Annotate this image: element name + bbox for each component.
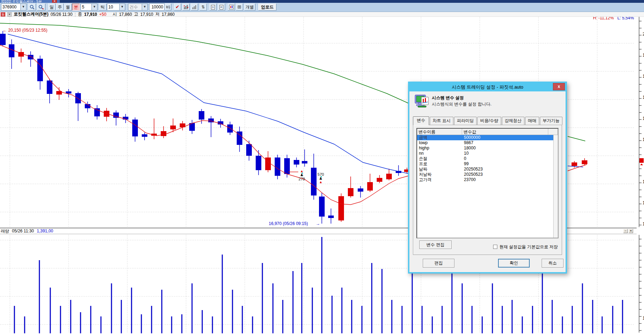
variable-name: 고가격	[417, 177, 462, 182]
tick-button[interactable]: 틱	[99, 4, 107, 11]
table-row[interactable]: 날짜20250523	[417, 167, 558, 172]
dialog-tab-1[interactable]: 차트 표시	[430, 117, 453, 125]
minute-interval-combobox[interactable]: 5 ▼	[81, 4, 97, 11]
table-row[interactable]: 고가격23700	[417, 177, 558, 182]
system-trading-settings-dialog: 시스템 트레이딩 설정 - 파짓석.auto x 시스템 변수 설정 시스템식의…	[408, 82, 567, 274]
symbol-value[interactable]: 376900	[1, 4, 20, 10]
volume-datetime: 05/26 11:30	[12, 228, 34, 234]
tab-close-icon[interactable]: ✕	[52, 0, 57, 3]
table-row[interactable]: 금액5000000	[417, 135, 558, 140]
sync-badge[interactable]: 동	[1, 12, 5, 17]
bar-chart-icon	[192, 5, 197, 9]
table-scrollbar[interactable]	[553, 135, 558, 238]
toolbar-separator	[127, 4, 127, 10]
table-row[interactable]: 손절0	[417, 156, 558, 161]
price-axis-group: 2111111111	[639, 17, 644, 333]
chart-info-bar: 동 ✕ 로킷헬스케어(5분) 05/26 11:30 ¦ 종 17,910 +5…	[0, 12, 644, 17]
table-row[interactable]: nn10	[417, 151, 558, 156]
variable-value: 5000000	[462, 135, 548, 140]
table-row[interactable]: 프로99	[417, 161, 558, 167]
signal-chart-icon	[184, 5, 189, 9]
dialog-tab-4[interactable]: 강제청산	[502, 117, 524, 125]
period-day-button[interactable]: 일	[48, 4, 56, 11]
individual-button[interactable]: 개별	[244, 4, 255, 11]
edit-button[interactable]: 편집	[423, 259, 454, 268]
column-header-spacer	[548, 129, 558, 135]
minute-interval-value[interactable]: 5	[81, 4, 91, 10]
variable-value: 18000	[462, 146, 548, 151]
signal-chart-button[interactable]	[182, 4, 190, 11]
table-row[interactable]: highp18000	[417, 146, 558, 151]
high-price-annotation: ← 20,150 (05/23 12:55)	[3, 28, 47, 33]
count-value: 건수	[128, 4, 142, 10]
dialog-tab-3[interactable]: 비용/수량	[477, 117, 501, 125]
period-month-button[interactable]: 월	[64, 4, 72, 11]
high-field-label: 고	[134, 11, 138, 17]
volume-minimize-button[interactable]: −	[623, 229, 628, 233]
toolbar-separator	[208, 4, 208, 10]
bar-count-input[interactable]: 10000	[149, 4, 165, 11]
adjusted-price-button[interactable]: ✔	[174, 4, 181, 11]
sort-arrows-icon: ⇅	[201, 4, 205, 10]
variable-name: 금액	[417, 135, 462, 140]
dialog-close-button[interactable]: x	[553, 83, 565, 90]
chart-window-tab[interactable]: [0101] 로킷헬스케어 - 5분	[0, 0, 60, 3]
svg-text:1: 1	[643, 74, 644, 79]
table-row[interactable]: lowp9867	[417, 140, 558, 146]
dialog-title[interactable]: 시스템 트레이딩 설정 - 파짓석.auto	[409, 83, 566, 91]
low-annotation-arrow-icon: →	[316, 221, 320, 226]
search-plus-button[interactable]	[37, 4, 45, 11]
tick-interval-value[interactable]: 10	[107, 4, 119, 10]
dialog-tab-5[interactable]: 매매	[525, 117, 539, 125]
variables-table: 변수이름 변수값 금액5000000lowp9867highp18000nn10…	[416, 128, 559, 238]
window-tab-strip: [0101] 로킷헬스케어 - 5분 ✕	[0, 0, 644, 3]
grid-view-button[interactable]: ⊞	[236, 4, 243, 11]
low-price: 17,860	[162, 12, 175, 17]
toolbar-separator	[46, 4, 47, 10]
period-week-button[interactable]: 주	[56, 4, 64, 11]
svg-text:1: 1	[643, 316, 644, 321]
dialog-tab-6[interactable]: 부가기능	[540, 117, 562, 125]
variable-value: 9867	[462, 140, 548, 146]
dialog-tab-2[interactable]: 피라미딩	[454, 117, 477, 125]
close-icon[interactable]: ✕	[7, 12, 12, 17]
upload-button[interactable]: 업로드	[258, 4, 276, 11]
save-default-checkbox-label[interactable]: 현재 설정값을 기본값으로 저장	[499, 244, 558, 250]
sort-updown-button[interactable]: ⇅	[199, 4, 207, 11]
symbol-combobox[interactable]: 376900 ▼	[1, 4, 26, 11]
divider: ¦	[75, 12, 76, 17]
search-icon	[30, 5, 34, 9]
system-settings-icon	[414, 94, 430, 109]
bar-unit-button[interactable]: 바	[165, 4, 171, 11]
bar-chart-button[interactable]	[191, 4, 198, 11]
column-header-value[interactable]: 변수값	[462, 129, 548, 135]
variable-value: 99	[462, 161, 548, 167]
ok-button[interactable]: 확인	[498, 259, 530, 268]
chevron-down-icon[interactable]: ▼	[119, 4, 125, 10]
screen-capture-button[interactable]: R	[218, 4, 225, 11]
dialog-tab-0[interactable]: 변수	[413, 116, 429, 125]
save-default-checkbox[interactable]	[493, 245, 497, 249]
period-minute-button[interactable]: 분	[72, 4, 80, 11]
column-header-name[interactable]: 변수이름	[417, 129, 462, 135]
table-row[interactable]: 저날짜20250523	[417, 172, 558, 177]
chevron-down-icon[interactable]: ▼	[20, 4, 26, 10]
open-field-label: 시	[113, 11, 117, 17]
volume-close-button[interactable]: ✕	[629, 229, 633, 233]
svg-text:1: 1	[643, 116, 644, 121]
candle-book-button[interactable]	[228, 4, 235, 11]
chevron-down-icon[interactable]: ▼	[91, 4, 97, 10]
grid-icon: ⊞	[237, 4, 241, 10]
svg-text:1: 1	[643, 137, 644, 142]
cancel-button[interactable]: 취소	[542, 259, 563, 268]
edit-variables-button[interactable]: 변수 편집	[419, 240, 452, 249]
tick-interval-combobox[interactable]: 10 ▼	[107, 4, 125, 11]
chart-toolbar: 376900 ▼ 일 주 월 분 5 ▼ 틱 10 ▼ 건수 ▼ 10000 바	[0, 3, 644, 12]
search-button[interactable]	[28, 4, 36, 11]
data-doc-button[interactable]: D	[209, 4, 217, 11]
svg-text:1: 1	[643, 95, 644, 100]
svg-text:2: 2	[643, 32, 644, 37]
variable-name: nn	[417, 151, 462, 156]
variable-name: 저날짜	[417, 172, 462, 177]
buy-signal-marker: ▲ ♟ 278	[299, 169, 305, 181]
